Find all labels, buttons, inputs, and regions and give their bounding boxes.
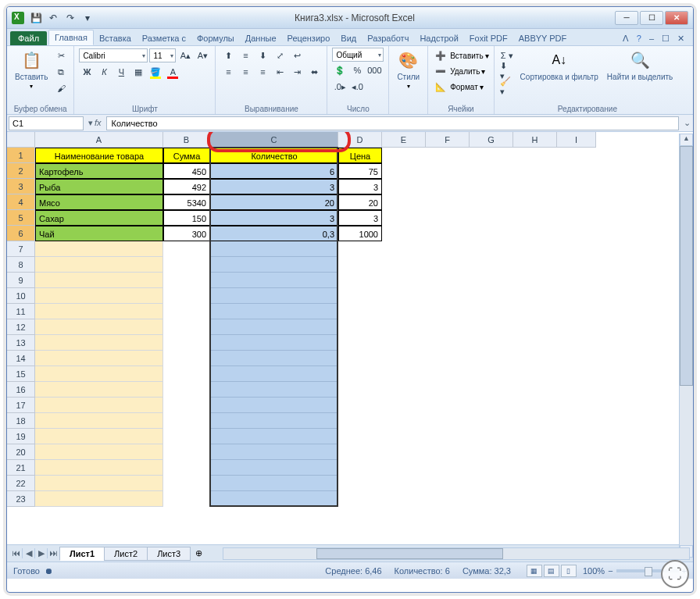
cell-B4[interactable]: 5340 (163, 194, 210, 210)
merge-icon[interactable]: ⬌ (306, 64, 322, 80)
row-header-16[interactable]: 16 (7, 382, 35, 398)
cell-D3[interactable]: 3 (338, 179, 382, 194)
cell-B6[interactable]: 300 (163, 226, 210, 241)
qat-dropdown-icon[interactable]: ▾ (80, 11, 95, 25)
tab-главная[interactable]: Главная (48, 30, 94, 45)
undo-icon[interactable]: ↶ (46, 11, 60, 25)
column-header-G[interactable]: G (470, 132, 513, 148)
decrease-decimal-icon[interactable]: ◂.0 (349, 79, 365, 94)
formula-input[interactable]: Количество (106, 116, 679, 130)
cells-format-button[interactable]: 📐Формат ▾ (433, 79, 488, 94)
column-header-E[interactable]: E (382, 132, 426, 148)
row-header-23[interactable]: 23 (7, 491, 35, 507)
tab-разметка с[interactable]: Разметка с (137, 31, 191, 45)
increase-indent-icon[interactable]: ⇥ (289, 64, 305, 80)
ribbon-minimize-icon[interactable]: ᐱ (620, 32, 631, 45)
name-box-dropdown-icon[interactable]: ▾ (88, 118, 93, 128)
column-header-D[interactable]: D (338, 132, 382, 148)
cell-A6[interactable]: Чай (35, 226, 163, 241)
spreadsheet-grid[interactable]: ABCDEFGHI 123456789101112131415161718192… (7, 132, 693, 544)
hscroll-thumb[interactable] (316, 548, 502, 559)
row-header-6[interactable]: 6 (7, 226, 35, 241)
row-header-9[interactable]: 9 (7, 273, 35, 288)
font-name-combo[interactable]: Calibri (79, 48, 148, 62)
decrease-indent-icon[interactable]: ⇤ (272, 64, 288, 80)
formula-bar-expand-icon[interactable]: ⌄ (680, 118, 693, 128)
vscroll-track[interactable] (680, 146, 693, 545)
shrink-font-icon[interactable]: A▾ (195, 48, 210, 63)
help-icon[interactable]: ? (634, 32, 644, 45)
borders-icon[interactable]: ▦ (130, 64, 146, 80)
column-header-I[interactable]: I (557, 132, 596, 148)
column-header-C[interactable]: C (210, 132, 338, 148)
minimize-button[interactable] (615, 11, 638, 25)
align-center-icon[interactable]: ≡ (238, 64, 253, 80)
fullscreen-icon[interactable]: ⛶ (661, 560, 689, 588)
sheet-prev-icon[interactable]: ◀ (23, 548, 35, 558)
fx-icon[interactable]: fx (95, 118, 102, 128)
cell-B2[interactable]: 450 (163, 163, 210, 179)
cell-A1[interactable]: Наименование товара (35, 148, 163, 163)
redo-icon[interactable]: ↷ (63, 11, 77, 25)
row-header-15[interactable]: 15 (7, 366, 35, 382)
row-header-13[interactable]: 13 (7, 335, 35, 351)
format-painter-icon[interactable]: 🖌 (53, 80, 69, 96)
close-button[interactable] (665, 11, 688, 25)
new-sheet-icon[interactable]: ⊕ (191, 548, 207, 558)
fill-color-icon[interactable]: 🪣 (148, 64, 163, 80)
maximize-button[interactable] (640, 11, 663, 25)
cell-D1[interactable]: Цена (338, 148, 382, 163)
cell-D4[interactable]: 20 (338, 194, 382, 210)
comma-icon[interactable]: 000 (366, 62, 382, 78)
zoom-level[interactable]: 100% (583, 566, 605, 576)
sheet-last-icon[interactable]: ⏭ (48, 548, 60, 558)
tab-разработч[interactable]: Разработч (362, 31, 414, 45)
tab-вид[interactable]: Вид (335, 31, 362, 45)
view-normal-icon[interactable]: ▦ (527, 565, 542, 577)
cell-B3[interactable]: 492 (163, 179, 210, 194)
currency-icon[interactable]: 💲 (332, 62, 348, 78)
align-bottom-icon[interactable]: ⬇ (255, 48, 270, 63)
row-header-10[interactable]: 10 (7, 288, 35, 304)
copy-icon[interactable]: ⧉ (53, 64, 69, 80)
view-page-break-icon[interactable]: ▯ (561, 565, 577, 577)
align-left-icon[interactable]: ≡ (220, 64, 236, 80)
tab-формулы[interactable]: Формулы (191, 31, 240, 45)
row-header-1[interactable]: 1 (7, 148, 35, 163)
row-header-8[interactable]: 8 (7, 257, 35, 273)
macro-record-icon[interactable]: ⏺ (45, 566, 53, 576)
ribbon-window-close-icon[interactable]: ✕ (675, 32, 687, 45)
column-header-H[interactable]: H (513, 132, 557, 148)
row-header-21[interactable]: 21 (7, 460, 35, 476)
view-page-layout-icon[interactable]: ▤ (544, 565, 559, 577)
tab-рецензиро[interactable]: Рецензиро (282, 31, 336, 45)
cell-C2[interactable]: 6 (210, 163, 338, 179)
select-all-corner[interactable] (7, 132, 35, 148)
cell-A2[interactable]: Картофель (35, 163, 163, 179)
cell-B1[interactable]: Сумма (163, 148, 210, 163)
align-right-icon[interactable]: ≡ (255, 64, 270, 80)
wrap-text-icon[interactable]: ↩ (289, 48, 305, 63)
cut-icon[interactable]: ✂ (53, 48, 69, 63)
clear-icon[interactable]: 🧹 ▾ (499, 79, 515, 94)
cells-insert-button[interactable]: ➕Вставить ▾ (433, 48, 488, 63)
tab-вставка[interactable]: Вставка (94, 31, 137, 45)
number-format-combo[interactable]: Общий (332, 48, 384, 62)
sheet-tab-Лист3[interactable]: Лист3 (147, 547, 191, 561)
cell-D5[interactable]: 3 (338, 210, 382, 226)
scroll-up-button[interactable]: ▲ (680, 134, 693, 146)
orientation-icon[interactable]: ⤢ (272, 48, 288, 63)
name-box[interactable]: C1 (9, 116, 84, 130)
cell-C3[interactable]: 3 (210, 179, 338, 194)
row-header-18[interactable]: 18 (7, 413, 35, 429)
font-size-combo[interactable]: 11 (149, 48, 176, 62)
italic-button[interactable]: К (96, 64, 112, 80)
sheet-first-icon[interactable]: ⏮ (10, 548, 23, 558)
row-header-5[interactable]: 5 (7, 210, 35, 226)
cell-B5[interactable]: 150 (163, 210, 210, 226)
row-header-4[interactable]: 4 (7, 194, 35, 210)
tab-foxit pdf[interactable]: Foxit PDF (464, 31, 513, 45)
row-header-11[interactable]: 11 (7, 304, 35, 319)
cell-D6[interactable]: 1000 (338, 226, 382, 241)
cell-A4[interactable]: Мясо (35, 194, 163, 210)
